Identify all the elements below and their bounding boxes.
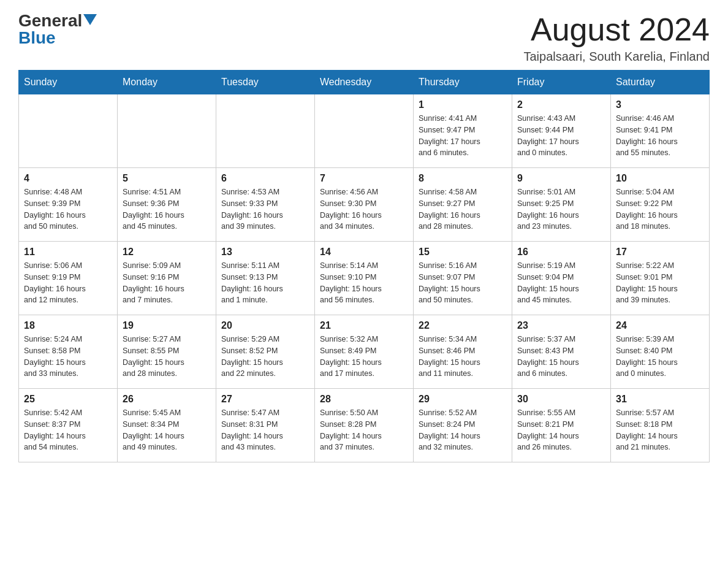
calendar-cell [19,94,118,168]
day-number: 1 [419,99,507,110]
day-number: 5 [123,173,211,184]
calendar-cell: 13Sunrise: 5:11 AM Sunset: 9:13 PM Dayli… [216,242,315,315]
day-info: Sunrise: 5:27 AM Sunset: 8:55 PM Dayligh… [123,334,211,380]
calendar-cell: 31Sunrise: 5:57 AM Sunset: 8:18 PM Dayli… [611,389,710,462]
calendar-cell: 30Sunrise: 5:55 AM Sunset: 8:21 PM Dayli… [512,389,611,462]
calendar-cell [315,94,414,168]
calendar-cell: 6Sunrise: 4:53 AM Sunset: 9:33 PM Daylig… [216,168,315,242]
calendar-cell: 14Sunrise: 5:14 AM Sunset: 9:10 PM Dayli… [315,242,414,315]
day-info: Sunrise: 5:42 AM Sunset: 8:37 PM Dayligh… [24,407,112,453]
week-row-1: 1Sunrise: 4:41 AM Sunset: 9:47 PM Daylig… [19,94,710,168]
calendar-cell: 19Sunrise: 5:27 AM Sunset: 8:55 PM Dayli… [118,315,216,389]
calendar-cell: 24Sunrise: 5:39 AM Sunset: 8:40 PM Dayli… [611,315,710,389]
day-info: Sunrise: 5:52 AM Sunset: 8:24 PM Dayligh… [419,407,507,453]
day-info: Sunrise: 4:53 AM Sunset: 9:33 PM Dayligh… [221,186,309,232]
calendar-cell: 26Sunrise: 5:45 AM Sunset: 8:34 PM Dayli… [118,389,216,462]
day-info: Sunrise: 5:01 AM Sunset: 9:25 PM Dayligh… [517,186,605,232]
calendar-cell: 27Sunrise: 5:47 AM Sunset: 8:31 PM Dayli… [216,389,315,462]
week-row-4: 18Sunrise: 5:24 AM Sunset: 8:58 PM Dayli… [19,315,710,389]
day-number: 18 [24,320,112,331]
day-number: 12 [123,247,211,258]
day-number: 2 [517,99,605,110]
day-info: Sunrise: 5:22 AM Sunset: 9:01 PM Dayligh… [616,260,704,306]
day-number: 24 [616,320,704,331]
day-info: Sunrise: 4:48 AM Sunset: 9:39 PM Dayligh… [24,186,112,232]
calendar-table: SundayMondayTuesdayWednesdayThursdayFrid… [18,70,710,462]
day-info: Sunrise: 5:45 AM Sunset: 8:34 PM Dayligh… [123,407,211,453]
calendar-cell: 5Sunrise: 4:51 AM Sunset: 9:36 PM Daylig… [118,168,216,242]
week-row-2: 4Sunrise: 4:48 AM Sunset: 9:39 PM Daylig… [19,168,710,242]
day-info: Sunrise: 5:16 AM Sunset: 9:07 PM Dayligh… [419,260,507,306]
day-info: Sunrise: 5:19 AM Sunset: 9:04 PM Dayligh… [517,260,605,306]
day-number: 21 [320,320,408,331]
day-info: Sunrise: 5:55 AM Sunset: 8:21 PM Dayligh… [517,407,605,453]
day-number: 11 [24,247,112,258]
calendar-cell: 3Sunrise: 4:46 AM Sunset: 9:41 PM Daylig… [611,94,710,168]
day-number: 31 [616,394,704,405]
day-number: 29 [419,394,507,405]
calendar-cell: 10Sunrise: 5:04 AM Sunset: 9:22 PM Dayli… [611,168,710,242]
calendar-cell [216,94,315,168]
day-number: 14 [320,247,408,258]
calendar-cell: 11Sunrise: 5:06 AM Sunset: 9:19 PM Dayli… [19,242,118,315]
weekday-header-sunday: Sunday [19,71,118,94]
weekday-header-friday: Friday [512,71,611,94]
calendar-cell: 28Sunrise: 5:50 AM Sunset: 8:28 PM Dayli… [315,389,414,462]
day-number: 17 [616,247,704,258]
week-row-3: 11Sunrise: 5:06 AM Sunset: 9:19 PM Dayli… [19,242,710,315]
day-number: 3 [616,99,704,110]
calendar-cell: 12Sunrise: 5:09 AM Sunset: 9:16 PM Dayli… [118,242,216,315]
logo-general: General [18,12,82,29]
day-number: 26 [123,394,211,405]
day-number: 23 [517,320,605,331]
weekday-header-wednesday: Wednesday [315,71,414,94]
day-info: Sunrise: 4:41 AM Sunset: 9:47 PM Dayligh… [419,113,507,159]
day-number: 22 [419,320,507,331]
weekday-header-saturday: Saturday [611,71,710,94]
calendar-cell: 1Sunrise: 4:41 AM Sunset: 9:47 PM Daylig… [414,94,512,168]
day-info: Sunrise: 5:57 AM Sunset: 8:18 PM Dayligh… [616,407,704,453]
day-info: Sunrise: 5:06 AM Sunset: 9:19 PM Dayligh… [24,260,112,306]
day-info: Sunrise: 5:47 AM Sunset: 8:31 PM Dayligh… [221,407,309,453]
week-row-5: 25Sunrise: 5:42 AM Sunset: 8:37 PM Dayli… [19,389,710,462]
calendar-cell: 25Sunrise: 5:42 AM Sunset: 8:37 PM Dayli… [19,389,118,462]
day-info: Sunrise: 5:09 AM Sunset: 9:16 PM Dayligh… [123,260,211,306]
calendar-cell: 8Sunrise: 4:58 AM Sunset: 9:27 PM Daylig… [414,168,512,242]
day-info: Sunrise: 4:43 AM Sunset: 9:44 PM Dayligh… [517,113,605,159]
day-number: 25 [24,394,112,405]
logo: General Blue [18,12,97,47]
calendar-cell: 2Sunrise: 4:43 AM Sunset: 9:44 PM Daylig… [512,94,611,168]
day-number: 8 [419,173,507,184]
calendar-cell: 7Sunrise: 4:56 AM Sunset: 9:30 PM Daylig… [315,168,414,242]
day-info: Sunrise: 5:24 AM Sunset: 8:58 PM Dayligh… [24,334,112,380]
day-info: Sunrise: 5:50 AM Sunset: 8:28 PM Dayligh… [320,407,408,453]
calendar-cell: 9Sunrise: 5:01 AM Sunset: 9:25 PM Daylig… [512,168,611,242]
day-number: 30 [517,394,605,405]
calendar-cell: 23Sunrise: 5:37 AM Sunset: 8:43 PM Dayli… [512,315,611,389]
weekday-header-row: SundayMondayTuesdayWednesdayThursdayFrid… [19,71,710,94]
day-info: Sunrise: 5:34 AM Sunset: 8:46 PM Dayligh… [419,334,507,380]
calendar-cell: 21Sunrise: 5:32 AM Sunset: 8:49 PM Dayli… [315,315,414,389]
calendar-cell: 15Sunrise: 5:16 AM Sunset: 9:07 PM Dayli… [414,242,512,315]
day-info: Sunrise: 4:56 AM Sunset: 9:30 PM Dayligh… [320,186,408,232]
weekday-header-thursday: Thursday [414,71,512,94]
day-info: Sunrise: 5:29 AM Sunset: 8:52 PM Dayligh… [221,334,309,380]
day-number: 15 [419,247,507,258]
day-info: Sunrise: 5:32 AM Sunset: 8:49 PM Dayligh… [320,334,408,380]
day-number: 4 [24,173,112,184]
weekday-header-monday: Monday [118,71,216,94]
calendar-cell: 29Sunrise: 5:52 AM Sunset: 8:24 PM Dayli… [414,389,512,462]
weekday-header-tuesday: Tuesday [216,71,315,94]
calendar-cell: 17Sunrise: 5:22 AM Sunset: 9:01 PM Dayli… [611,242,710,315]
day-info: Sunrise: 5:37 AM Sunset: 8:43 PM Dayligh… [517,334,605,380]
calendar-cell: 4Sunrise: 4:48 AM Sunset: 9:39 PM Daylig… [19,168,118,242]
day-number: 20 [221,320,309,331]
day-number: 7 [320,173,408,184]
day-info: Sunrise: 4:51 AM Sunset: 9:36 PM Dayligh… [123,186,211,232]
day-info: Sunrise: 5:14 AM Sunset: 9:10 PM Dayligh… [320,260,408,306]
day-info: Sunrise: 5:11 AM Sunset: 9:13 PM Dayligh… [221,260,309,306]
day-number: 16 [517,247,605,258]
day-number: 13 [221,247,309,258]
title-block: August 2024 Taipalsaari, South Karelia, … [523,12,710,64]
day-number: 27 [221,394,309,405]
